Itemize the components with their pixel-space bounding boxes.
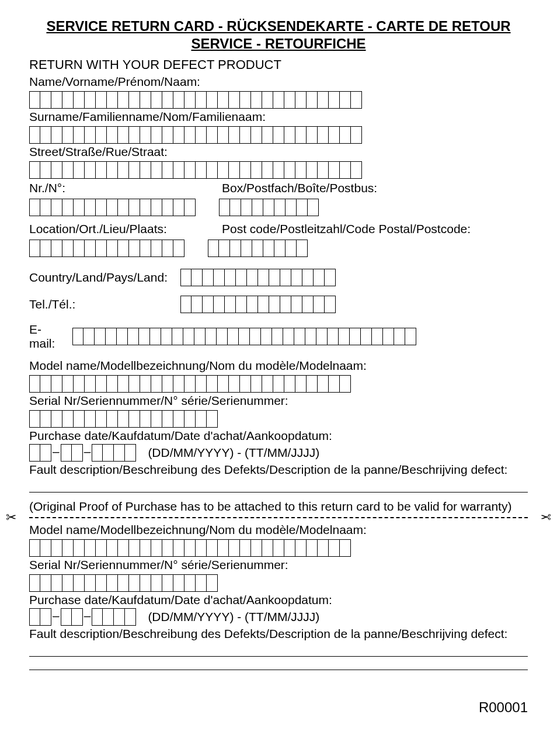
label-location: Location/Ort./Lieu/Plaats: <box>29 222 222 236</box>
input-serial[interactable] <box>29 410 528 428</box>
label-fault-2: Fault description/Beschreibung des Defek… <box>29 627 528 641</box>
form-subtitle: RETURN WITH YOUR DEFECT PRODUCT <box>29 57 528 72</box>
date-sep: – <box>84 445 91 459</box>
date-sep: – <box>53 609 60 623</box>
input-country[interactable] <box>180 269 336 286</box>
input-date-yyyy-2[interactable] <box>92 608 136 626</box>
label-model: Model name/Modellbezeichnung/Nom du modè… <box>29 359 528 373</box>
fault-line-2b[interactable] <box>29 670 528 670</box>
cut-line: ✂ ✂ <box>6 517 551 518</box>
label-street: Street/Straße/Rue/Straat: <box>29 145 528 159</box>
input-date-yyyy[interactable] <box>92 444 136 462</box>
input-name[interactable] <box>29 91 528 109</box>
input-serial-2[interactable] <box>29 574 528 592</box>
form-title: SERVICE RETURN CARD - RÜCKSENDEKARTE - C… <box>29 18 528 53</box>
label-surname: Surname/Familienname/Nom/Familienaam: <box>29 110 528 124</box>
scissors-icon: ✂ <box>6 510 16 525</box>
label-fault: Fault description/Beschreibung des Defek… <box>29 463 528 477</box>
input-date-dd-2[interactable] <box>29 608 51 626</box>
label-nr: Nr./N°: <box>29 181 222 195</box>
input-model-2[interactable] <box>29 539 528 557</box>
fault-line[interactable] <box>29 492 528 493</box>
label-country: Country/Land/Pays/Land: <box>29 271 172 285</box>
input-date-mm-2[interactable] <box>61 608 83 626</box>
label-model-2: Model name/Modellbezeichnung/Nom du modè… <box>29 523 528 537</box>
proof-note: (Original Proof of Purchase has to be at… <box>29 500 528 514</box>
input-nr[interactable] <box>29 199 196 216</box>
input-tel[interactable] <box>180 296 336 313</box>
date-format-hint: (DD/MM/YYYY) - (TT/MM/JJJJ) <box>148 446 319 460</box>
fault-line-2a[interactable] <box>29 656 528 657</box>
label-serial: Serial Nr/Seriennummer/N° série/Serienum… <box>29 394 528 408</box>
date-format-hint-2: (DD/MM/YYYY) - (TT/MM/JJJJ) <box>148 610 319 624</box>
label-name: Name/Vorname/Prénom/Naam: <box>29 75 528 89</box>
input-surname[interactable] <box>29 126 528 144</box>
input-postcode[interactable] <box>208 240 308 257</box>
label-serial-2: Serial Nr/Seriennummer/N° série/Serienum… <box>29 558 528 572</box>
label-postcode: Post code/Postleitzahl/Code Postal/Postc… <box>222 222 471 236</box>
input-email[interactable] <box>72 328 416 345</box>
input-location[interactable] <box>29 240 184 257</box>
date-sep: – <box>84 609 91 623</box>
input-model[interactable] <box>29 375 528 393</box>
date-sep: – <box>53 445 60 459</box>
input-date-dd[interactable] <box>29 444 51 462</box>
input-date-mm[interactable] <box>61 444 83 462</box>
label-purchase-2: Purchase date/Kaufdatum/Date d'achat/Aan… <box>29 593 528 607</box>
input-street[interactable] <box>29 161 528 179</box>
label-tel: Tel./Tél.: <box>29 297 172 311</box>
scissors-icon: ✂ <box>541 510 551 525</box>
footer-code: R00001 <box>29 699 528 716</box>
label-email: E-mail: <box>29 322 64 351</box>
label-purchase: Purchase date/Kaufdatum/Date d'achat/Aan… <box>29 429 528 443</box>
input-box[interactable] <box>219 199 319 216</box>
label-box: Box/Postfach/Boîte/Postbus: <box>222 181 377 195</box>
